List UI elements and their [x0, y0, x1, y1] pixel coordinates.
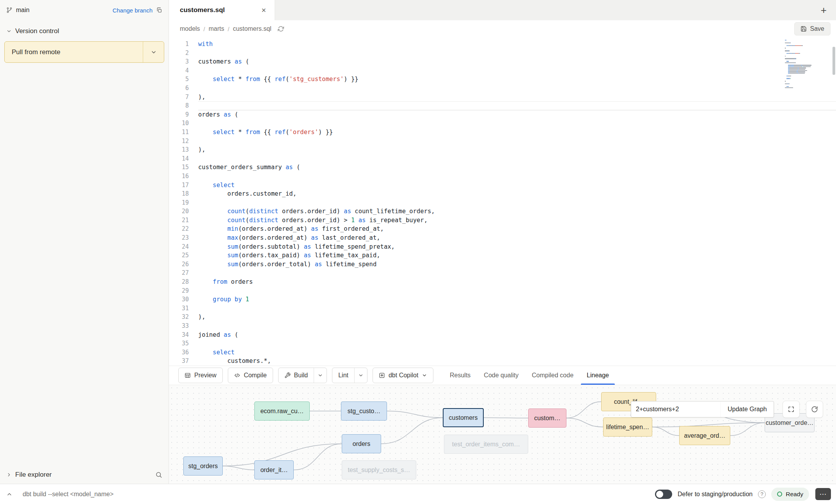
- tab-customers-sql[interactable]: customers.sql ×: [169, 0, 275, 20]
- code-line[interactable]: sum(orders.order_total) as lifetime_spen…: [198, 260, 836, 269]
- pull-options-caret[interactable]: [143, 42, 164, 62]
- breadcrumb-item[interactable]: marts: [209, 25, 224, 32]
- close-tab-icon[interactable]: ×: [260, 6, 268, 15]
- lint-options-caret[interactable]: [354, 368, 367, 383]
- code-line[interactable]: [198, 119, 836, 128]
- code-line[interactable]: [198, 304, 836, 313]
- pull-from-remote-button[interactable]: Pull from remote: [4, 41, 164, 63]
- tab-results[interactable]: Results: [443, 366, 477, 385]
- lineage-node-test1[interactable]: test_order_items_com…: [444, 435, 528, 454]
- lineage-selector-input[interactable]: [631, 401, 721, 417]
- dbt-copilot-button[interactable]: dbt Copilot: [373, 368, 434, 383]
- more-options-button[interactable]: ⋯: [815, 488, 831, 500]
- code-line[interactable]: select * from {{ ref('stg_customers') }}: [198, 75, 836, 84]
- help-icon[interactable]: ?: [758, 490, 766, 498]
- code-line[interactable]: select: [198, 348, 836, 357]
- code-line[interactable]: sum(orders.tax_paid) as lifetime_tax_pai…: [198, 251, 836, 260]
- lineage-node-stg_orders[interactable]: stg_orders: [183, 456, 223, 476]
- code-line[interactable]: [198, 49, 836, 58]
- tab-title: customers.sql: [180, 6, 260, 14]
- lineage-node-order_items[interactable]: order_it…: [254, 460, 294, 479]
- defer-toggle[interactable]: [655, 490, 672, 499]
- code-line[interactable]: [198, 172, 836, 181]
- code-line[interactable]: ),: [198, 145, 836, 154]
- line-number: 3: [169, 57, 198, 66]
- lineage-node-orders[interactable]: orders: [342, 434, 381, 453]
- code-line[interactable]: orders as (: [198, 110, 836, 119]
- code-line[interactable]: count(distinct orders.order_id) as count…: [198, 207, 836, 216]
- compile-button[interactable]: Compile: [228, 368, 273, 383]
- code-line[interactable]: [198, 154, 836, 163]
- lint-button[interactable]: Lint: [332, 368, 354, 383]
- line-number: 33: [169, 322, 198, 331]
- breadcrumb-item[interactable]: models: [180, 25, 200, 32]
- line-number: 31: [169, 304, 198, 313]
- tab-lineage[interactable]: Lineage: [580, 366, 616, 385]
- expand-command-bar-icon[interactable]: [6, 491, 12, 497]
- line-number: 24: [169, 242, 198, 251]
- code-line[interactable]: [198, 66, 836, 75]
- result-tabs: ResultsCode qualityCompiled codeLineage: [443, 366, 616, 385]
- build-options-caret[interactable]: [314, 368, 327, 383]
- code-line[interactable]: [198, 137, 836, 146]
- code-line[interactable]: ),: [198, 93, 836, 102]
- lineage-node-ecom[interactable]: ecom.raw_cu…: [254, 401, 310, 421]
- line-number: 27: [169, 269, 198, 278]
- fullscreen-button[interactable]: [783, 401, 800, 418]
- code-line[interactable]: customers.*,: [198, 357, 836, 366]
- lineage-node-stg_customers[interactable]: stg_custo…: [341, 401, 387, 421]
- code-line[interactable]: from orders: [198, 278, 836, 286]
- lineage-canvas[interactable]: ecom.raw_cu…stg_custo…customerscustom…co…: [169, 385, 836, 484]
- tab-code-quality[interactable]: Code quality: [477, 366, 525, 385]
- code-line[interactable]: [198, 339, 836, 348]
- ready-label: Ready: [786, 491, 803, 498]
- lineage-node-average[interactable]: average_ord…: [679, 426, 730, 445]
- code-line[interactable]: max(orders.ordered_at) as last_ordered_a…: [198, 233, 836, 242]
- code-line[interactable]: select: [198, 181, 836, 190]
- breadcrumb-item[interactable]: customers.sql: [233, 25, 272, 32]
- code-line[interactable]: orders.customer_id,: [198, 189, 836, 198]
- code-lines[interactable]: with customers as ( select * from {{ ref…: [198, 37, 836, 366]
- breadcrumb-separator: /: [228, 26, 229, 32]
- tab-compiled-code[interactable]: Compiled code: [525, 366, 580, 385]
- new-tab-button[interactable]: +: [821, 5, 827, 15]
- lineage-node-customers[interactable]: customers: [443, 408, 484, 427]
- code-line[interactable]: [198, 322, 836, 331]
- change-branch-link[interactable]: Change branch: [112, 7, 153, 14]
- code-line[interactable]: [198, 198, 836, 207]
- save-button[interactable]: Save: [794, 22, 831, 35]
- lineage-node-lifetime[interactable]: lifetime_spen…: [603, 417, 652, 437]
- file-explorer-section-header[interactable]: File explorer: [0, 466, 169, 484]
- code-line[interactable]: [198, 269, 836, 278]
- code-line[interactable]: group by 1: [198, 295, 836, 304]
- build-button[interactable]: Build: [279, 368, 314, 383]
- code-line[interactable]: [198, 101, 836, 110]
- code-line[interactable]: customers as (: [198, 57, 836, 66]
- version-control-section-header[interactable]: Version control: [0, 20, 169, 40]
- lineage-node-custom[interactable]: custom…: [528, 409, 566, 428]
- code-line[interactable]: with: [198, 40, 836, 49]
- code-line[interactable]: min(orders.ordered_at) as first_ordered_…: [198, 225, 836, 233]
- lineage-node-test2[interactable]: test_supply_costs_s…: [342, 460, 416, 479]
- save-label: Save: [810, 25, 824, 32]
- code-line[interactable]: sum(orders.subtotal) as lifetime_spend_p…: [198, 242, 836, 251]
- code-line[interactable]: [198, 286, 836, 295]
- code-line[interactable]: ),: [198, 313, 836, 322]
- refresh-graph-button[interactable]: [806, 401, 823, 418]
- code-line[interactable]: customer_orders_summary as (: [198, 163, 836, 172]
- scrollbar-thumb[interactable]: [832, 47, 835, 75]
- update-graph-button[interactable]: Update Graph: [721, 401, 774, 417]
- minimap[interactable]: [785, 40, 815, 88]
- line-number: 5: [169, 75, 198, 84]
- line-number: 23: [169, 233, 198, 242]
- git-branch-icon: [6, 7, 12, 13]
- code-line[interactable]: [198, 84, 836, 93]
- search-icon[interactable]: [155, 471, 162, 478]
- sync-icon[interactable]: [278, 26, 284, 32]
- code-line[interactable]: select * from {{ ref('orders') }}: [198, 128, 836, 137]
- preview-button[interactable]: Preview: [178, 368, 223, 383]
- status-badge[interactable]: Ready: [771, 488, 809, 501]
- copy-icon[interactable]: [156, 7, 162, 13]
- code-line[interactable]: count(distinct orders.order_id) > 1 as i…: [198, 216, 836, 225]
- code-line[interactable]: joined as (: [198, 331, 836, 340]
